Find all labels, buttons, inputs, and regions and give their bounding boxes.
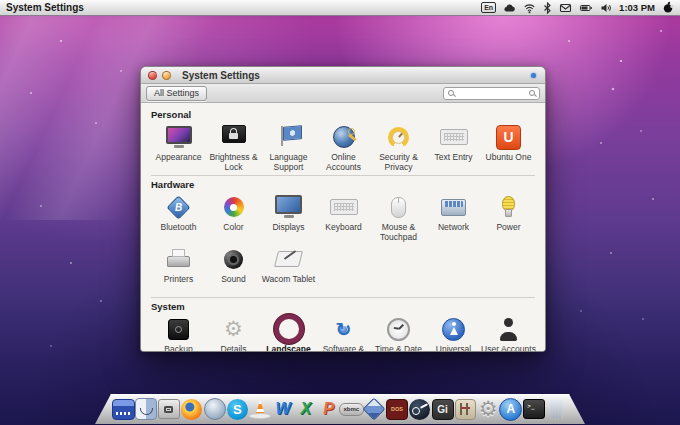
settings-item-label: Language Support [261, 153, 316, 173]
window-toolbar: All Settings [141, 84, 545, 103]
settings-item-label: Text Entry [435, 153, 473, 163]
dock-item-system-settings[interactable]: ⚙ [477, 397, 500, 421]
settings-item-details[interactable]: ⚙Details [206, 314, 261, 352]
ubuntu-one-icon-glyph: U [503, 129, 513, 145]
settings-item-label: Brightness & Lock [206, 153, 261, 173]
keyboard-icon [327, 192, 361, 222]
settings-item-appearance[interactable]: Appearance [151, 122, 206, 174]
mouse-touchpad-icon [382, 192, 416, 222]
menubar: System Settings En 1:03 PM [0, 0, 680, 16]
menubar-app-title[interactable]: System Settings [6, 2, 84, 13]
settings-item-backup[interactable]: Backup [151, 314, 206, 352]
dock-item-finder[interactable] [135, 397, 158, 421]
settings-item-brightness-lock[interactable]: Brightness & Lock [206, 122, 261, 174]
ubuntu-one-icon: U [492, 122, 526, 152]
settings-item-network[interactable]: Network [426, 192, 481, 244]
settings-item-label: Mouse & Touchpad [371, 223, 426, 243]
dock-items: SWXPxbmcDOSGi⚙A>_ [112, 396, 568, 422]
menubar-status-area: En 1:03 PM [481, 2, 674, 14]
settings-item-online-accounts[interactable]: Online Accounts [316, 122, 371, 174]
dock-item-firefox[interactable] [180, 397, 203, 421]
search-box[interactable] [443, 87, 540, 100]
dosbox-icon: DOS [391, 406, 403, 412]
text-entry-icon [437, 122, 471, 152]
dock-item-xbmc[interactable]: xbmc [340, 397, 363, 421]
xbmc-icon: xbmc [344, 406, 360, 412]
dock-item-trash[interactable] [545, 397, 568, 421]
bluetooth-icon[interactable] [543, 2, 552, 14]
settings-item-label: Online Accounts [316, 153, 371, 173]
settings-item-security-privacy[interactable]: Security & Privacy [371, 122, 426, 174]
wifi-icon[interactable] [523, 2, 536, 14]
settings-item-label: Bluetooth [161, 223, 197, 233]
dock-item-gimp[interactable]: Gi [431, 397, 454, 421]
dock-item-dosbox[interactable]: DOS [386, 397, 409, 421]
settings-item-sound[interactable]: Sound [206, 244, 261, 296]
time-date-icon-glyph [393, 327, 398, 329]
dock-item-word-processor[interactable]: W [272, 397, 295, 421]
settings-item-color[interactable]: Color [206, 192, 261, 244]
dock-item-steam[interactable] [408, 397, 431, 421]
dock-item-presentation[interactable]: P [317, 397, 340, 421]
settings-item-landscape-service[interactable]: Landscape Service [261, 314, 316, 352]
online-accounts-icon-glyph [348, 133, 357, 141]
dock-item-web-browser[interactable] [203, 397, 226, 421]
network-icon [437, 192, 471, 222]
settings-item-label: Network [438, 223, 469, 233]
menubar-clock[interactable]: 1:03 PM [619, 2, 655, 13]
section-title: Personal [151, 109, 535, 120]
settings-item-displays[interactable]: Displays [261, 192, 316, 244]
section-grid: AppearanceBrightness & LockLanguage Supp… [151, 122, 535, 174]
settings-item-wacom-tablet[interactable]: Wacom Tablet [261, 244, 316, 296]
settings-item-label: Color [223, 223, 243, 233]
settings-item-power[interactable]: Power [481, 192, 536, 244]
security-privacy-icon-glyph [398, 133, 402, 138]
dock-item-audio-mixer[interactable] [454, 397, 477, 421]
settings-item-software-updates[interactable]: ↻Software & Updates [316, 314, 371, 352]
window-titlebar[interactable]: System Settings [141, 67, 545, 84]
dock-item-spreadsheet[interactable]: X [294, 397, 317, 421]
minimize-button[interactable] [162, 71, 171, 80]
settings-item-ubuntu-one[interactable]: UUbuntu One [481, 122, 536, 174]
dock-item-screenshot-tool[interactable] [158, 397, 181, 421]
section-title: Hardware [151, 179, 535, 190]
dock-item-skype[interactable]: S [226, 397, 249, 421]
settings-item-universal-access[interactable]: Universal Access [426, 314, 481, 352]
displays-icon [272, 192, 306, 222]
search-input[interactable] [455, 88, 528, 98]
bluetooth-icon-glyph: B [175, 202, 182, 213]
dock-item-launcher[interactable] [112, 397, 135, 421]
settings-item-bluetooth[interactable]: BBluetooth [151, 192, 206, 244]
settings-item-keyboard[interactable]: Keyboard [316, 192, 371, 244]
volume-icon[interactable] [600, 2, 612, 14]
cloud-sync-icon[interactable] [503, 2, 516, 14]
keyboard-layout-icon[interactable]: En [481, 2, 496, 14]
gimp-icon: Gi [437, 404, 448, 415]
language-support-icon [272, 122, 306, 152]
section-grid: BBluetoothColorDisplaysKeyboardMouse & T… [151, 192, 535, 296]
apple-menu-icon[interactable] [662, 2, 674, 14]
settings-item-label: Landscape Service [261, 345, 316, 352]
settings-item-language-support[interactable]: Language Support [261, 122, 316, 174]
section-hardware: HardwareBBluetoothColorDisplaysKeyboardM… [151, 175, 535, 296]
dock: SWXPxbmcDOSGi⚙A>_ [95, 394, 585, 424]
dock-item-vlc[interactable] [249, 397, 272, 421]
terminal-icon: >_ [527, 402, 534, 409]
settings-item-time-date[interactable]: Time & Date [371, 314, 426, 352]
settings-item-label: Displays [272, 223, 304, 233]
all-settings-button[interactable]: All Settings [146, 86, 207, 101]
settings-item-mouse-touchpad[interactable]: Mouse & Touchpad [371, 192, 426, 244]
dock-item-terminal[interactable]: >_ [522, 397, 545, 421]
bluetooth-icon: B [162, 192, 196, 222]
messages-icon[interactable] [559, 2, 572, 14]
settings-item-printers[interactable]: Printers [151, 244, 206, 296]
dock-item-app-store[interactable]: A [500, 397, 523, 421]
battery-icon[interactable] [579, 2, 593, 14]
settings-item-label: Ubuntu One [486, 153, 532, 163]
close-button[interactable] [148, 71, 157, 80]
settings-item-label: Details [221, 345, 247, 352]
wacom-tablet-icon [272, 244, 306, 274]
settings-item-text-entry[interactable]: Text Entry [426, 122, 481, 174]
dock-item-virtualbox[interactable] [363, 397, 386, 421]
settings-item-user-accounts[interactable]: User Accounts [481, 314, 536, 352]
